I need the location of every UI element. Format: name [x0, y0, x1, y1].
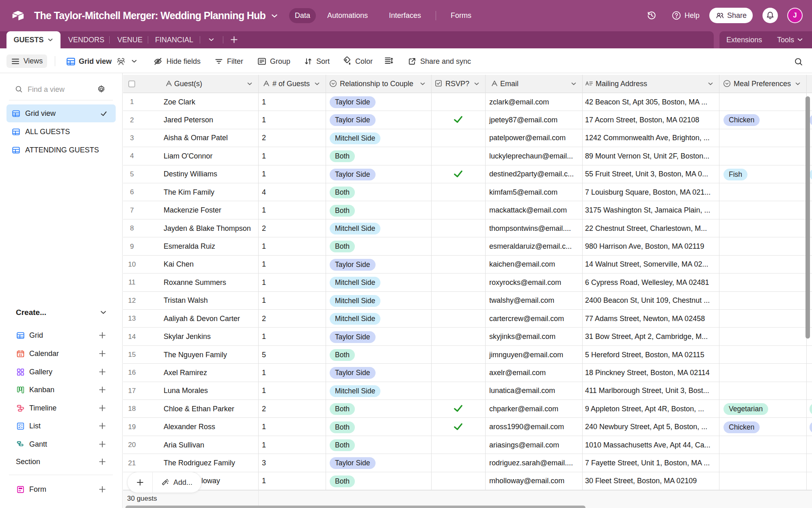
- svg-text:31: 31: [19, 353, 22, 357]
